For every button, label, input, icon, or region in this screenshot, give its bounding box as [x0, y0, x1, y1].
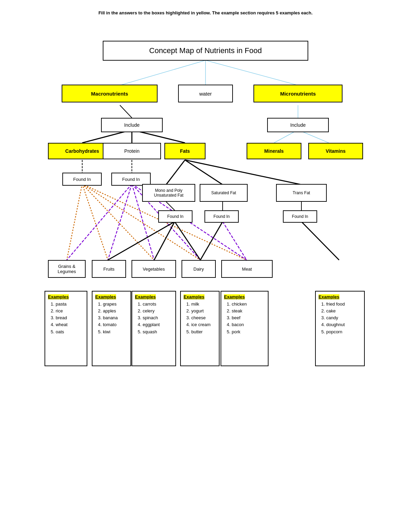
- minerals-label: Minerals: [264, 148, 284, 154]
- found-in-mono-box: Found In: [158, 210, 192, 223]
- saturated-fat-label: Saturated Fat: [211, 190, 236, 195]
- svg-line-33: [301, 222, 339, 260]
- fruits-box: Fruits: [92, 260, 126, 278]
- title-text: Concept Map of Nutrients in Food: [149, 46, 262, 55]
- carbohydrates-label: Carbohydrates: [65, 148, 99, 154]
- fats-box: Fats: [164, 143, 206, 159]
- mono-poly-box: Mono and Poly Unsaturated Fat: [142, 184, 195, 202]
- svg-line-28: [108, 222, 175, 260]
- examples-veg-list: 1. carrots2. celery3. spinach4. eggplant…: [135, 299, 162, 337]
- examples-dairy-list: 1. milk2. yogurt3. cheese4. ice cream5. …: [184, 299, 213, 337]
- found-in-sat-label: Found In: [213, 214, 229, 219]
- include1-label: Include: [124, 122, 139, 128]
- found-in-carb-box: Found In: [62, 173, 102, 186]
- svg-line-29: [154, 222, 175, 260]
- found-in-trans-box: Found In: [283, 210, 317, 223]
- meat-label: Meat: [242, 267, 252, 272]
- dairy-label: Dairy: [194, 267, 204, 272]
- examples-trans-box: Examples 1. fried food2. cake3. candy4. …: [315, 291, 365, 366]
- macronutrients-box: Macronutrients: [62, 85, 158, 102]
- svg-line-23: [67, 184, 132, 260]
- trans-fat-box: Trans Fat: [276, 184, 327, 202]
- macronutrients-label: Macronutrients: [91, 91, 128, 97]
- micronutrients-box: Micronutrients: [253, 85, 342, 102]
- svg-line-14: [185, 160, 301, 185]
- svg-line-0: [120, 60, 206, 85]
- found-in-trans-label: Found In: [292, 214, 308, 219]
- examples-dairy-box: Examples 1. milk2. yogurt3. cheese4. ice…: [180, 291, 220, 366]
- fruits-label: Fruits: [103, 267, 115, 272]
- vitamins-box: Vitamins: [308, 143, 363, 159]
- instruction-text: Fill in the answers to the boxes highlig…: [41, 10, 370, 15]
- include2-box: Include: [267, 118, 329, 132]
- examples-veg-label: Examples: [135, 294, 156, 299]
- grains-label: Grains & Legumes: [58, 264, 76, 274]
- dairy-box: Dairy: [182, 260, 216, 278]
- examples-fruits-box: Examples 1. grapes2. apples3. banana4. t…: [92, 291, 131, 366]
- svg-line-15: [166, 202, 175, 210]
- examples-dairy-label: Examples: [184, 294, 204, 299]
- examples-grains-box: Examples 1. pasta2. rice3. bread4. wheat…: [45, 291, 87, 366]
- vitamins-label: Vitamins: [326, 148, 346, 154]
- examples-meat-box: Examples 1. chicken2. steak3. beef4. bac…: [221, 291, 269, 366]
- protein-box: Protein: [103, 143, 161, 159]
- examples-meat-label: Examples: [224, 294, 245, 299]
- examples-fruits-label: Examples: [95, 294, 116, 299]
- include2-label: Include: [290, 122, 306, 128]
- vegetables-label: Vegetables: [143, 267, 165, 272]
- svg-line-24: [108, 184, 132, 260]
- svg-line-13: [185, 160, 223, 185]
- found-in-protein-label: Found In: [122, 177, 140, 182]
- water-box: water: [178, 85, 233, 102]
- examples-grains-label: Examples: [48, 294, 69, 299]
- svg-line-18: [67, 184, 82, 260]
- svg-line-30: [175, 222, 200, 260]
- svg-line-3: [120, 105, 132, 118]
- found-in-sat-box: Found In: [204, 210, 239, 223]
- found-in-carb-label: Found In: [73, 177, 91, 182]
- saturated-fat-box: Saturated Fat: [200, 184, 248, 202]
- examples-trans-list: 1. fried food2. cake3. candy4. doughnut5…: [319, 299, 348, 337]
- concept-map: Concept Map of Nutrients in Food water M…: [41, 20, 370, 527]
- svg-line-31: [200, 222, 223, 260]
- examples-fruits-list: 1. grapes2. apples3. banana4. tomato5. k…: [95, 299, 121, 337]
- title-box: Concept Map of Nutrients in Food: [103, 41, 308, 61]
- svg-line-32: [223, 222, 247, 260]
- svg-line-12: [166, 160, 185, 185]
- svg-line-2: [206, 60, 298, 85]
- meat-box: Meat: [221, 260, 273, 278]
- svg-line-19: [82, 184, 108, 260]
- found-in-mono-label: Found In: [167, 214, 183, 219]
- water-label: water: [199, 91, 212, 97]
- mono-poly-label: Mono and Poly Unsaturated Fat: [154, 188, 183, 198]
- examples-grains-list: 1. pasta2. rice3. bread4. wheat5. oats: [48, 299, 70, 337]
- fats-label: Fats: [180, 148, 190, 154]
- include1-box: Include: [101, 118, 163, 132]
- examples-meat-list: 1. chicken2. steak3. beef4. bacon5. pork: [224, 299, 250, 337]
- trans-fat-label: Trans Fat: [293, 190, 310, 195]
- examples-trans-label: Examples: [319, 294, 339, 299]
- minerals-box: Minerals: [247, 143, 301, 159]
- grains-box: Grains & Legumes: [48, 260, 86, 278]
- examples-veg-box: Examples 1. carrots2. celery3. spinach4.…: [132, 291, 176, 366]
- micronutrients-label: Micronutrients: [280, 91, 316, 97]
- vegetables-box: Vegetables: [132, 260, 176, 278]
- protein-label: Protein: [124, 148, 139, 154]
